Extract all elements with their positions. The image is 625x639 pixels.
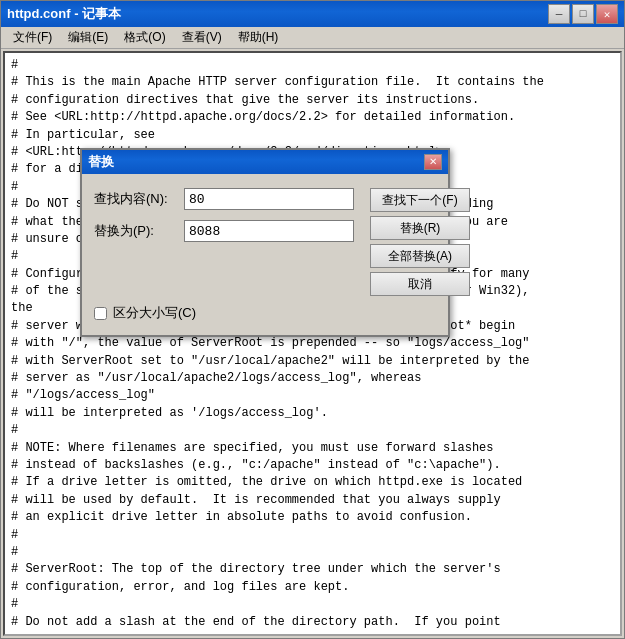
search-label: 查找内容(N):	[94, 190, 184, 209]
replace-row: 替换为(P):	[94, 220, 354, 242]
menu-help[interactable]: 帮助(H)	[230, 27, 287, 48]
replace-label: 替换为(P):	[94, 222, 184, 241]
title-bar: httpd.conf - 记事本 — □ ✕	[1, 1, 624, 27]
window-title: httpd.conf - 记事本	[7, 5, 121, 23]
replace-input[interactable]	[184, 220, 354, 242]
editor-content: # # This is the main Apache HTTP server …	[11, 57, 614, 631]
window-close-button[interactable]: ✕	[596, 4, 618, 24]
minimize-button[interactable]: —	[548, 4, 570, 24]
dialog-body: 查找内容(N): 替换为(P): 查找下一个(F) 替换(R) 全部替换(A) …	[82, 174, 448, 335]
replace-all-button[interactable]: 全部替换(A)	[370, 244, 470, 268]
replace-button[interactable]: 替换(R)	[370, 216, 470, 240]
search-input[interactable]	[184, 188, 354, 210]
menu-file[interactable]: 文件(F)	[5, 27, 60, 48]
search-row: 查找内容(N):	[94, 188, 354, 210]
dialog-close-button[interactable]: ✕	[424, 154, 442, 170]
case-sensitive-checkbox[interactable]	[94, 307, 107, 320]
menu-bar: 文件(F) 编辑(E) 格式(O) 查看(V) 帮助(H)	[1, 27, 624, 49]
replace-dialog: 替换 ✕ 查找内容(N): 替换为(P):	[80, 148, 450, 337]
case-sensitive-label[interactable]: 区分大小写(C)	[113, 304, 196, 323]
menu-format[interactable]: 格式(O)	[116, 27, 173, 48]
dialog-title-bar: 替换 ✕	[82, 150, 448, 174]
maximize-button[interactable]: □	[572, 4, 594, 24]
cancel-button[interactable]: 取消	[370, 272, 470, 296]
dialog-inputs: 查找内容(N): 替换为(P):	[94, 188, 354, 252]
editor-area[interactable]: # # This is the main Apache HTTP server …	[3, 51, 622, 636]
dialog-title: 替换	[88, 153, 114, 172]
menu-edit[interactable]: 编辑(E)	[60, 27, 116, 48]
menu-view[interactable]: 查看(V)	[174, 27, 230, 48]
main-window: httpd.conf - 记事本 — □ ✕ 文件(F) 编辑(E) 格式(O)…	[0, 0, 625, 639]
checkbox-row: 区分大小写(C)	[94, 304, 436, 323]
dialog-action-buttons: 查找下一个(F) 替换(R) 全部替换(A) 取消	[370, 188, 470, 296]
title-bar-buttons: — □ ✕	[548, 4, 618, 24]
find-next-button[interactable]: 查找下一个(F)	[370, 188, 470, 212]
